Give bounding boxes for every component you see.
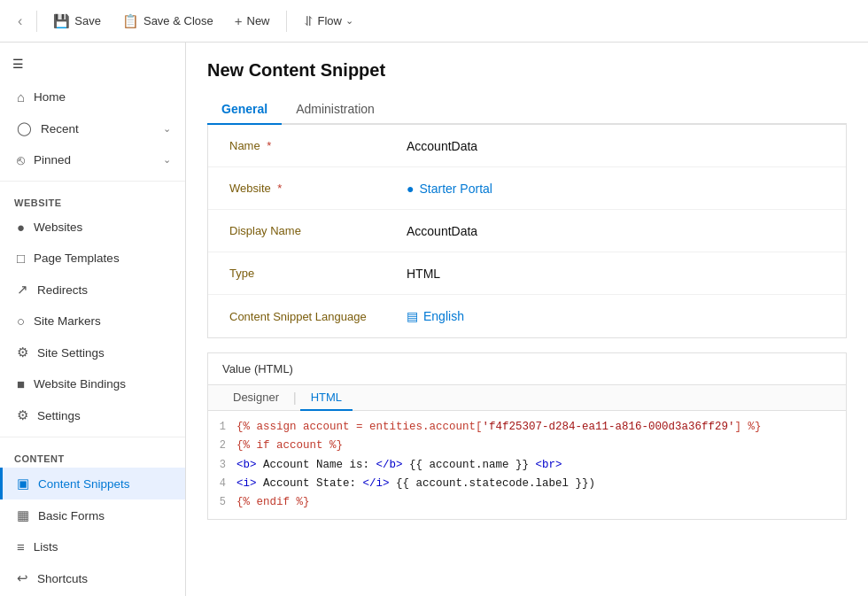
value-tabs: Designer | HTML — [208, 385, 846, 411]
form-row-website: Website * ● Starter Portal — [208, 167, 846, 210]
site-settings-icon: ⚙ — [17, 344, 28, 360]
display-name-label: Display Name — [229, 224, 407, 237]
flow-icon: ⥯ — [303, 13, 314, 29]
content-snippets-icon: ▣ — [17, 476, 29, 492]
sidebar: ☰ ⌂ Home ◯ Recent ⌄ ⎋ Pinned ⌄ Website ●… — [0, 43, 186, 596]
sidebar-item-label: Recent — [41, 122, 79, 135]
sidebar-item-label: Settings — [37, 409, 81, 422]
flow-label: Flow — [318, 14, 342, 27]
code-editor[interactable]: 1{% assign account = entities.account['f… — [208, 411, 846, 519]
line-number: 1 — [208, 418, 236, 437]
sidebar-item-label: Home — [34, 90, 66, 104]
sidebar-item-label: Basic Forms — [38, 509, 105, 522]
tab-html[interactable]: HTML — [300, 385, 353, 411]
sidebar-item-label: Website Bindings — [34, 377, 126, 391]
line-content: {% assign account = entities.account['f4… — [236, 418, 846, 437]
website-value: Starter Portal — [419, 182, 492, 196]
main-layout: ☰ ⌂ Home ◯ Recent ⌄ ⎋ Pinned ⌄ Website ●… — [0, 43, 868, 596]
value-section: Value (HTML) Designer | HTML 1{% assign … — [207, 352, 847, 520]
content-inner: New Content Snippet General Administrati… — [186, 43, 868, 552]
save-close-label: Save & Close — [143, 14, 213, 27]
tab-administration[interactable]: Administration — [282, 95, 389, 125]
new-icon: + — [235, 13, 243, 28]
line-content: <b> Account Name is: </b> {{ account.nam… — [236, 456, 846, 475]
toolbar-separator-2 — [286, 11, 287, 32]
website-section-label: Website — [0, 187, 185, 212]
sidebar-item-label: Content Snippets — [38, 477, 130, 491]
page-title: New Content Snippet — [207, 60, 847, 81]
required-marker: * — [277, 182, 282, 195]
save-button[interactable]: 💾 Save — [44, 9, 110, 34]
code-line: 4<i> Account State: </i> {{ account.stat… — [208, 475, 846, 493]
language-link[interactable]: ▤ English — [407, 309, 464, 323]
save-close-button[interactable]: 📋 Save & Close — [113, 9, 222, 34]
sidebar-item-website-bindings[interactable]: ■ Website Bindings — [0, 368, 185, 399]
line-content: <i> Account State: </i> {{ account.state… — [236, 475, 846, 493]
language-label: Content Snippet Language — [229, 310, 407, 323]
line-number: 4 — [208, 475, 236, 493]
sidebar-item-shortcuts[interactable]: ↩ Shortcuts — [0, 562, 185, 594]
sidebar-divider-1 — [0, 181, 185, 182]
sidebar-item-site-settings[interactable]: ⚙ Site Settings — [0, 337, 185, 368]
page-tabs: General Administration — [207, 95, 847, 125]
hamburger-icon: ☰ — [12, 57, 24, 71]
back-button[interactable]: ‹ — [11, 9, 29, 34]
sidebar-item-label: Page Templates — [34, 252, 120, 265]
website-label: Website * — [229, 182, 407, 195]
website-link[interactable]: ● Starter Portal — [407, 182, 492, 196]
sidebar-item-page-templates[interactable]: □ Page Templates — [0, 243, 185, 274]
content-section-label: Content — [0, 443, 185, 468]
new-button[interactable]: + New — [226, 9, 279, 33]
code-line: 1{% assign account = entities.account['f… — [208, 418, 846, 437]
content-area: New Content Snippet General Administrati… — [186, 43, 868, 596]
sidebar-divider-2 — [0, 437, 185, 437]
line-number: 3 — [208, 456, 236, 475]
flow-chevron-icon: ⌄ — [345, 15, 353, 27]
sidebar-item-site-markers[interactable]: ○ Site Markers — [0, 306, 185, 337]
form-row-name: Name * AccountData — [208, 125, 846, 167]
sidebar-item-basic-forms[interactable]: ▦ Basic Forms — [0, 499, 185, 531]
recent-icon: ◯ — [17, 120, 32, 136]
type-label: Type — [229, 267, 407, 280]
form-row-language: Content Snippet Language ▤ English — [208, 295, 846, 337]
home-icon: ⌂ — [17, 89, 25, 104]
sidebar-item-label: Lists — [34, 540, 58, 553]
sidebar-item-lists[interactable]: ≡ Lists — [0, 531, 185, 562]
sidebar-item-recent[interactable]: ◯ Recent ⌄ — [0, 112, 185, 144]
form-row-type: Type HTML — [208, 252, 846, 295]
tab-designer[interactable]: Designer — [222, 385, 290, 411]
name-label: Name * — [229, 139, 407, 152]
lists-icon: ≡ — [17, 539, 25, 554]
save-close-icon: 📋 — [122, 13, 139, 29]
sidebar-item-websites[interactable]: ● Websites — [0, 212, 185, 243]
sidebar-item-settings[interactable]: ⚙ Settings — [0, 399, 185, 431]
required-marker: * — [267, 139, 271, 152]
globe-icon: ● — [407, 182, 414, 196]
page-templates-icon: □ — [17, 251, 25, 266]
type-value: HTML — [407, 267, 440, 281]
tab-general[interactable]: General — [207, 95, 282, 125]
name-value: AccountData — [407, 139, 477, 153]
chevron-down-icon: ⌄ — [163, 123, 171, 135]
language-value: English — [423, 309, 464, 323]
line-number: 2 — [208, 437, 236, 455]
display-name-value: AccountData — [407, 224, 477, 238]
form-card: Name * AccountData Website * ● Starter P… — [207, 125, 847, 338]
redirects-icon: ↗ — [17, 282, 28, 298]
sidebar-item-home[interactable]: ⌂ Home — [0, 81, 185, 112]
sidebar-item-label: Site Markers — [34, 314, 101, 328]
sidebar-item-redirects[interactable]: ↗ Redirects — [0, 274, 185, 306]
sidebar-item-content-snippets[interactable]: ▣ Content Snippets — [0, 468, 185, 499]
sidebar-item-pinned[interactable]: ⎋ Pinned ⌄ — [0, 144, 185, 175]
save-icon: 💾 — [53, 13, 70, 29]
sidebar-item-label: Redirects — [37, 283, 88, 297]
sidebar-item-label: Shortcuts — [37, 572, 88, 585]
flow-button[interactable]: ⥯ Flow ⌄ — [294, 9, 362, 34]
sidebar-item-label: Site Settings — [37, 346, 105, 360]
shortcuts-icon: ↩ — [17, 570, 28, 586]
code-line: 2{% if account %} — [208, 437, 846, 455]
toolbar: ‹ 💾 Save 📋 Save & Close + New ⥯ Flow ⌄ — [0, 0, 868, 43]
hamburger-button[interactable]: ☰ — [0, 50, 185, 81]
sidebar-item-label: Websites — [34, 221, 82, 234]
line-content: {% if account %} — [236, 437, 846, 455]
